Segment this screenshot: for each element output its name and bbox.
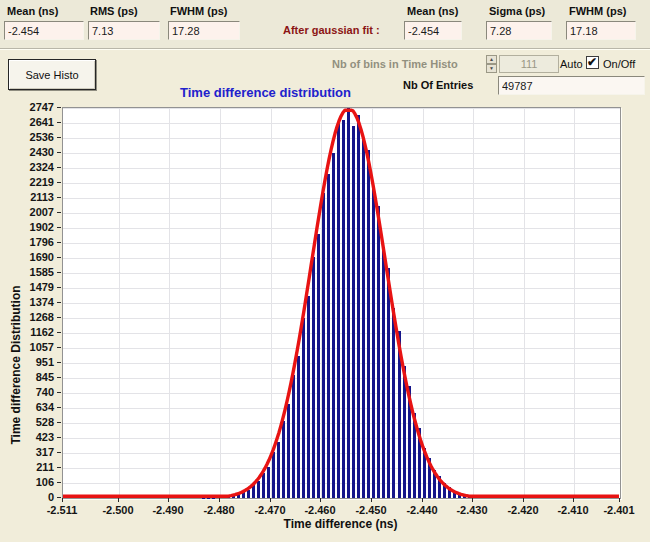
x-tick-label: -2.450 [347,504,395,516]
y-tick-label: 2641 [14,116,54,128]
y-tick-label: 1374 [14,296,54,308]
y-tick [57,227,61,228]
y-tick [57,212,61,213]
auto-onoff-checkbox[interactable]: ✔ [586,56,599,69]
y-tick-label: 106 [14,476,54,488]
y-tick [57,332,61,333]
y-tick [57,467,61,468]
y-tick [57,137,61,138]
rms-ps-label: RMS (ps) [90,5,138,17]
y-tick-label: 845 [14,371,54,383]
y-tick-label: 1796 [14,236,54,248]
fit-fwhm-ps-label: FWHM (ps) [569,5,626,17]
y-tick-label: 2113 [14,191,54,203]
x-tick [118,498,119,502]
y-tick-label: 1902 [14,221,54,233]
nb-bins-field[interactable] [499,55,559,73]
x-tick-label: -2.470 [246,504,294,516]
y-tick-label: 211 [14,461,54,473]
x-tick-label: -2.410 [549,504,597,516]
fit-sigma-ps-field[interactable] [486,21,552,40]
x-tick-label: -2.430 [448,504,496,516]
y-tick-label: 528 [14,416,54,428]
y-tick-label: 317 [14,446,54,458]
y-tick [57,422,61,423]
y-tick [57,437,61,438]
save-histo-button[interactable]: Save Histo [8,59,96,90]
y-tick-label: 1268 [14,311,54,323]
y-tick [57,152,61,153]
y-tick-label: 951 [14,356,54,368]
x-tick-label: -2.490 [144,504,192,516]
bins-spinner: ▲ ▼ [486,55,497,73]
mean-ns-label: Mean (ns) [7,5,58,17]
x-tick [523,498,524,502]
spinner-up-button[interactable]: ▲ [486,55,497,64]
y-tick-label: 1690 [14,251,54,263]
chart-title: Time difference distribution [180,85,351,100]
y-tick [57,242,61,243]
y-tick-label: 1057 [14,341,54,353]
auto-label: Auto [560,58,583,70]
histogram-tool-window: Mean (ns) RMS (ps) FWHM (ps) After gauss… [0,0,650,542]
y-tick [57,197,61,198]
gaussian-fit-curve [63,108,620,498]
nb-bins-label: Nb of bins in Time Histo [332,58,458,70]
y-tick [57,272,61,273]
checkmark-icon: ✔ [587,55,597,69]
fit-fwhm-ps-field[interactable] [566,21,636,40]
x-tick [320,498,321,502]
fit-mean-ns-label: Mean (ns) [407,5,458,17]
histogram-plot-area [62,107,621,499]
entries-field[interactable] [498,76,645,95]
y-tick-label: 2430 [14,146,54,158]
x-tick [270,498,271,502]
x-axis-label: Time difference (ns) [62,517,619,531]
entries-label: Nb Of Entries [403,79,473,91]
fwhm-ps-field[interactable] [168,21,240,40]
y-tick [57,407,61,408]
x-tick [573,498,574,502]
x-tick [619,498,620,502]
spinner-down-button[interactable]: ▼ [486,64,497,73]
y-tick-label: 1479 [14,281,54,293]
y-tick [57,257,61,258]
x-tick-label: -2.500 [94,504,142,516]
x-tick [219,498,220,502]
rms-ps-field[interactable] [88,21,160,40]
x-tick-label: -2.460 [296,504,344,516]
y-tick [57,362,61,363]
fit-mean-ns-field[interactable] [404,21,462,40]
y-tick [57,167,61,168]
x-tick-label: -2.440 [398,504,446,516]
y-tick-label: 423 [14,431,54,443]
y-tick-label: 2324 [14,161,54,173]
y-tick-label: 1585 [14,266,54,278]
y-tick-label: 2219 [14,176,54,188]
y-tick [57,347,61,348]
y-tick-label: 0 [14,491,54,503]
x-tick [371,498,372,502]
y-tick [57,122,61,123]
x-tick-label: -2.511 [38,504,86,516]
y-tick-label: 2007 [14,206,54,218]
y-tick-label: 634 [14,401,54,413]
y-tick [57,302,61,303]
x-tick [62,498,63,502]
y-tick [57,482,61,483]
fit-sigma-ps-label: Sigma (ps) [489,5,545,17]
y-tick [57,377,61,378]
mean-ns-field[interactable] [4,21,84,40]
stats-bar: Mean (ns) RMS (ps) FWHM (ps) After gauss… [0,0,650,49]
fwhm-ps-label: FWHM (ps) [170,5,227,17]
x-tick-label: -2.420 [499,504,547,516]
y-tick-label: 1162 [14,326,54,338]
x-tick [168,498,169,502]
y-tick [57,182,61,183]
y-tick-label: 2536 [14,131,54,143]
y-tick [57,452,61,453]
x-tick-label: -2.480 [195,504,243,516]
y-tick-label: 740 [14,386,54,398]
y-tick [57,317,61,318]
x-tick [422,498,423,502]
